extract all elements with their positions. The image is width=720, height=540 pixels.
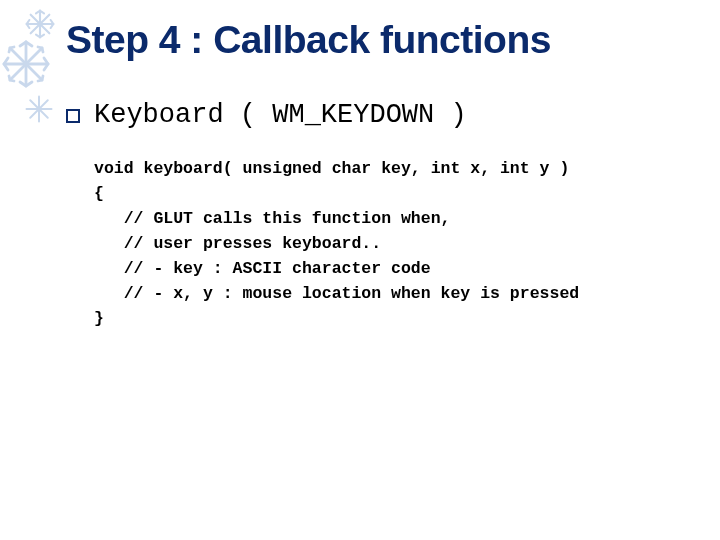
slide-content: Step 4 : Callback functions Keyboard ( W… <box>66 18 700 332</box>
decorative-strip <box>0 0 60 540</box>
snowflake-icon <box>24 8 56 40</box>
snowflake-icon <box>24 94 54 124</box>
bullet-item: Keyboard ( WM_KEYDOWN ) <box>66 100 700 130</box>
code-line: // - x, y : mouse location when key is p… <box>94 284 579 303</box>
square-bullet-icon <box>66 109 80 123</box>
code-block: void keyboard( unsigned char key, int x,… <box>94 156 700 332</box>
code-line: // - key : ASCII character code <box>94 259 431 278</box>
code-line: // user presses keyboard.. <box>94 234 381 253</box>
snowflake-icon <box>2 40 50 88</box>
code-line: void keyboard( unsigned char key, int x,… <box>94 159 569 178</box>
code-line: } <box>94 309 104 328</box>
slide-title: Step 4 : Callback functions <box>66 18 700 62</box>
code-line: { <box>94 184 104 203</box>
code-line: // GLUT calls this function when, <box>94 209 450 228</box>
bullet-text: Keyboard ( WM_KEYDOWN ) <box>94 100 467 130</box>
